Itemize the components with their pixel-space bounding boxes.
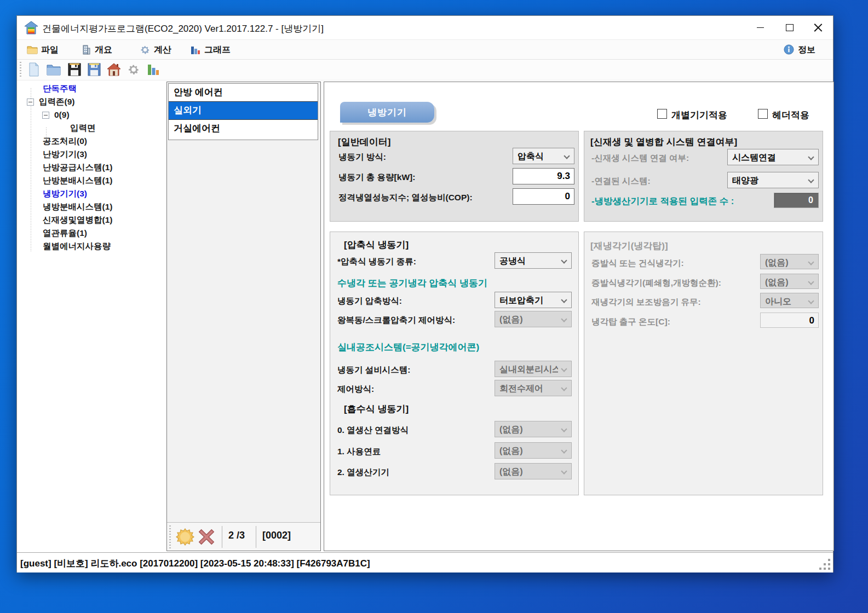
- evap-cooler-circ-select: (없음): [760, 274, 819, 289]
- aux-device-label: 재냉각기의 보조방음기 유무:: [591, 297, 701, 308]
- menu-bar: 파일 개요 계산 그래프 정보: [17, 40, 833, 60]
- list-item-outdoor-unit[interactable]: 실외기: [169, 102, 318, 120]
- menu-info[interactable]: 정보: [780, 42, 819, 57]
- window-title: 건물에너지평가프로그램(ECO2_2020) Ver1.2017.122.7 -…: [42, 22, 324, 35]
- save-button[interactable]: [66, 61, 83, 78]
- chevron-down-icon: [561, 366, 567, 372]
- menu-overview[interactable]: 개요: [77, 42, 116, 57]
- chevron-down-icon: [808, 279, 814, 285]
- cop-label: 정격냉열성능지수; 열성능비(COP):: [338, 192, 473, 204]
- tree-item-renewable[interactable]: 신재생및열병합(1): [41, 214, 114, 226]
- list-toolbar-grip[interactable]: [169, 525, 171, 548]
- device-listbox: 안방 에어컨 실외기 거실에어컨: [168, 83, 318, 140]
- absorption-title: [흡수식 냉동기]: [344, 403, 409, 415]
- tree-item-u-value[interactable]: 열관류율(1): [41, 227, 89, 239]
- evap-cooler-circ-label: 증발식냉각기(폐쇄형,개방형순환):: [591, 277, 721, 289]
- collapse-icon[interactable]: [42, 112, 49, 119]
- app-logo-icon: [24, 21, 38, 35]
- chevron-down-icon: [561, 385, 567, 391]
- tree-item-zone-0[interactable]: 0(9): [42, 109, 71, 121]
- toolbar-grip[interactable]: [20, 62, 21, 78]
- list-item-living-ac[interactable]: 거실에어컨: [169, 120, 318, 138]
- recip-scroll-control-select: (없음): [495, 311, 572, 327]
- page-indicator: 2 /3: [228, 530, 245, 541]
- toolbar-separator: [256, 526, 256, 548]
- open-file-button[interactable]: [45, 61, 62, 78]
- chevron-down-icon: [808, 177, 814, 183]
- renewable-connect-select[interactable]: 시스템연결: [727, 149, 819, 165]
- delete-item-button[interactable]: [198, 528, 215, 546]
- total-capacity-input[interactable]: 9.3: [513, 168, 574, 184]
- save-as-icon: [88, 63, 101, 76]
- evap-dry-cooler-select: (없음): [760, 254, 819, 269]
- settings-button[interactable]: [125, 61, 142, 78]
- checkbox-header-label: 헤더적용: [772, 109, 809, 122]
- evap-dry-cooler-label: 증발식 또는 건식냉각기:: [591, 258, 684, 269]
- tree-item-input-zone[interactable]: 입력존(9): [27, 96, 76, 108]
- indoor-system-subtitle: 실내공조시스템(=공기냉각에어콘): [337, 341, 479, 354]
- add-item-button[interactable]: [176, 528, 194, 546]
- new-file-button[interactable]: [26, 61, 42, 78]
- status-text: [guest] [비보호] 리도하.eco [2017012200] [2023…: [20, 557, 370, 570]
- menu-calc-label: 계산: [154, 44, 171, 56]
- applied-zones-count: 0: [774, 193, 819, 208]
- tree-item-hvac[interactable]: 공조처리(0): [41, 135, 89, 147]
- tree-item-monthly-energy[interactable]: 월별에너지사용량: [41, 240, 112, 252]
- menu-info-label: 정보: [798, 44, 815, 56]
- tree-item-input-face[interactable]: 입력면: [68, 122, 97, 134]
- aux-device-select: 아니오: [760, 293, 819, 308]
- checkbox-individual-device[interactable]: [657, 109, 667, 119]
- project-tree: 단독주택 입력존(9) 0(9) 입력면 공조처리(0) 난방기기(3) 난방공…: [19, 82, 166, 551]
- tree-connector: [31, 88, 31, 252]
- refrigerator-method-label: 냉동기 방식:: [338, 152, 386, 163]
- close-icon: [814, 23, 823, 32]
- refrigerator-method-select[interactable]: 압축식: [513, 148, 574, 164]
- group-title: [재냉각기(냉각탑)]: [590, 240, 668, 252]
- home-icon: [107, 63, 121, 76]
- chiller-type-select[interactable]: 공냉식: [495, 252, 572, 269]
- chevron-down-icon: [561, 297, 567, 303]
- minimize-icon: [757, 27, 764, 28]
- chevron-down-icon: [561, 426, 567, 432]
- install-system-label: 냉동기 설비시스템:: [337, 365, 410, 376]
- minimize-button[interactable]: [748, 16, 773, 39]
- delete-x-icon: [198, 528, 215, 546]
- groupbox-general-data: [일반데이터] 냉동기 방식: 압축식 냉동기 총 용량[kW]: 9.3 정격…: [330, 131, 579, 222]
- menu-calc[interactable]: 계산: [136, 42, 175, 57]
- menu-file[interactable]: 파일: [24, 42, 62, 57]
- tree-item-cooling-dist[interactable]: 냉방분배시스템(1): [41, 201, 114, 213]
- water-air-cooled-subtitle: 수냉각 또는 공기냉각 압축식 냉동기: [337, 277, 487, 290]
- list-item-bedroom-ac[interactable]: 안방 에어컨: [169, 84, 318, 102]
- tree-item-heating-supply[interactable]: 난방공급시스템(1): [41, 161, 114, 174]
- tree-item-house[interactable]: 단독주택: [41, 83, 78, 95]
- checkbox-header-apply[interactable]: [758, 109, 768, 119]
- maximize-button[interactable]: [777, 16, 802, 39]
- device-list-toolbar: 2 /3 [0002]: [167, 522, 320, 551]
- menu-graph-label: 그래프: [204, 44, 231, 56]
- collapse-icon[interactable]: [27, 99, 34, 106]
- menu-file-label: 파일: [41, 44, 59, 56]
- checkbox-individual-label: 개별기기적용: [671, 109, 727, 122]
- status-bar: [guest] [비보호] 리도하.eco [2017012200] [2023…: [17, 552, 833, 572]
- building-icon: [81, 44, 91, 55]
- chart-button[interactable]: [145, 61, 162, 78]
- resize-grip[interactable]: [818, 558, 830, 570]
- tree-item-heating-dist[interactable]: 난방분배시스템(1): [41, 175, 114, 187]
- save-icon: [68, 63, 81, 76]
- save-as-button[interactable]: [86, 61, 102, 78]
- tree-item-cooling-device[interactable]: 냉방기기(3): [41, 188, 89, 200]
- connected-system-label: -연결된 시스템:: [591, 176, 651, 187]
- home-button[interactable]: [106, 61, 122, 78]
- tab-cooling-device[interactable]: 냉방기기: [340, 102, 434, 123]
- menu-graph[interactable]: 그래프: [187, 42, 234, 57]
- tree-item-heating-device[interactable]: 난방기기(3): [41, 148, 89, 160]
- chevron-down-icon: [808, 154, 814, 160]
- close-button[interactable]: [806, 16, 831, 39]
- heat-device-select: (없음): [495, 463, 572, 479]
- applied-zones-label: -냉방생산기기로 적용된 입력존 수 :: [591, 195, 734, 207]
- compression-method-select[interactable]: 터보압축기: [495, 292, 572, 308]
- chevron-down-icon: [561, 316, 567, 322]
- toolbar-separator: [222, 526, 222, 548]
- cop-input[interactable]: 0: [513, 188, 574, 205]
- connected-system-select[interactable]: 태양광: [727, 172, 819, 188]
